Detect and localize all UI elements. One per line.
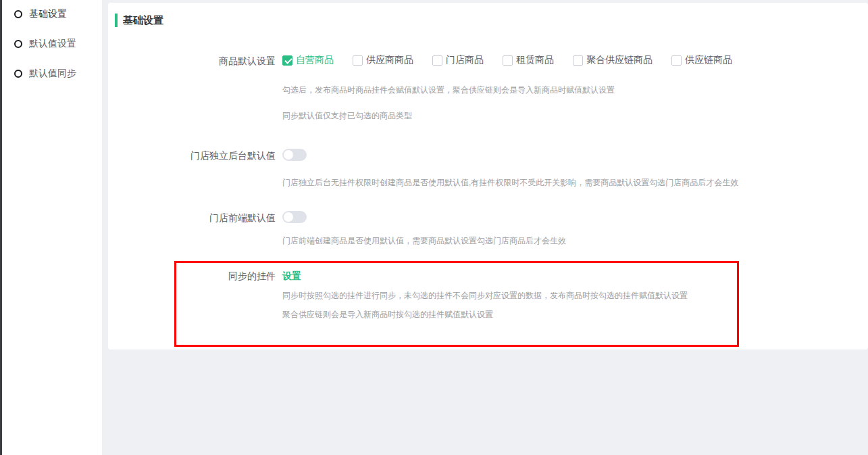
sidebar-item-default-value-settings[interactable]: 默认值设置 (14, 34, 102, 54)
checkbox-supplier-product[interactable]: 供应商商品 (353, 54, 413, 66)
checkbox-unchecked-icon (573, 55, 583, 66)
checkbox-store-product[interactable]: 门店商品 (432, 54, 484, 66)
sync-widget-row: 同步的挂件 设置 (108, 269, 868, 283)
sync-widget-hint-1: 同步时按照勾选的挂件进行同步，未勾选的挂件不会同步对应设置的数据，发布商品时按勾… (282, 289, 688, 302)
sidebar-item-label: 默认值同步 (29, 68, 76, 80)
settings-sidebar: 基础设置 默认值设置 默认值同步 (2, 0, 102, 455)
store-backend-default-label: 门店独立后台默认值 (108, 149, 276, 162)
sync-widget-hint-2: 聚合供应链则会是导入新商品时按勾选的挂件赋值默认设置 (282, 308, 493, 320)
radio-circle-icon (14, 10, 22, 18)
product-default-row: 商品默认设置 自营商品 供应商商品 门店商品 租赁商品 聚合供应链商品 (108, 54, 868, 68)
sync-widget-label: 同步的挂件 (108, 269, 276, 283)
product-default-hint-2: 同步默认值仅支持已勾选的商品类型 (282, 110, 412, 122)
checkbox-aggregated-supply-chain-product[interactable]: 聚合供应链商品 (573, 54, 653, 66)
section-title: 基础设置 (115, 14, 163, 27)
checkbox-unchecked-icon (671, 55, 682, 66)
sidebar-item-basic-settings[interactable]: 基础设置 (14, 4, 102, 24)
radio-circle-icon (14, 70, 22, 78)
checkbox-supply-chain-product[interactable]: 供应链商品 (671, 54, 732, 66)
store-backend-default-hint: 门店独立后台无挂件权限时创建商品是否使用默认值,有挂件权限时不受此开关影响，需要… (282, 176, 738, 189)
checkbox-unchecked-icon (432, 55, 442, 66)
basic-settings-panel: 基础设置 商品默认设置 自营商品 供应商商品 门店商品 租赁商品 (108, 3, 868, 350)
checkbox-unchecked-icon (353, 55, 363, 66)
store-front-default-hint: 门店前端创建商品是否使用默认值，需要商品默认设置勾选门店商品后才会生效 (282, 235, 566, 247)
sync-widget-settings-link[interactable]: 设置 (282, 269, 301, 283)
product-default-label: 商品默认设置 (108, 54, 276, 68)
store-front-default-row: 门店前端默认值 (108, 211, 868, 224)
checkbox-unchecked-icon (503, 55, 513, 66)
radio-circle-icon (14, 40, 22, 48)
sidebar-item-default-value-sync[interactable]: 默认值同步 (14, 64, 102, 84)
store-backend-default-toggle[interactable] (282, 149, 307, 161)
sidebar-item-label: 基础设置 (29, 8, 67, 20)
page-title: 基础设置 (123, 14, 163, 27)
product-default-options: 自营商品 供应商商品 门店商品 租赁商品 聚合供应链商品 供应链商品 (282, 54, 751, 66)
product-default-hint-1: 勾选后，发布商品时商品挂件会赋值默认设置，聚合供应链则会是导入新商品时赋值默认设… (282, 84, 615, 96)
store-front-default-toggle[interactable] (282, 211, 307, 223)
checkbox-checked-icon (282, 55, 292, 66)
checkbox-lease-product[interactable]: 租赁商品 (503, 54, 554, 66)
checkbox-self-operated-product[interactable]: 自营商品 (282, 54, 334, 66)
sidebar-item-label: 默认值设置 (29, 38, 76, 50)
title-accent-bar (115, 14, 118, 27)
store-backend-default-row: 门店独立后台默认值 (108, 149, 868, 162)
store-front-default-label: 门店前端默认值 (108, 211, 276, 224)
